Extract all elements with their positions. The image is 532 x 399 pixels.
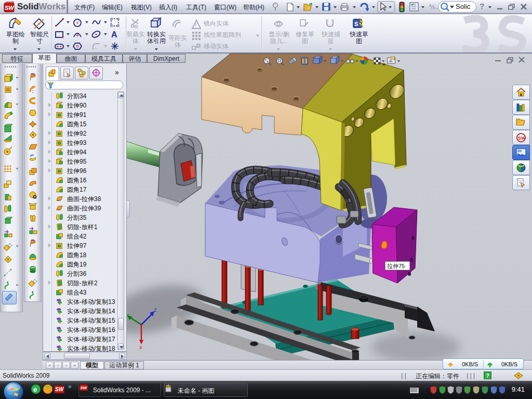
svg-text:SW: SW [81, 385, 88, 390]
svg-text:A: A [111, 30, 117, 39]
svg-text:e: e [33, 385, 37, 393]
svg-text:!: ! [195, 22, 196, 29]
svg-text:SW: SW [5, 5, 15, 11]
svg-text:S: S [354, 21, 358, 27]
svg-text:Z: Z [154, 308, 157, 313]
svg-text:SW: SW [55, 387, 64, 392]
svg-text:X: X [139, 345, 142, 350]
svg-text:拉伸75: 拉伸75 [387, 263, 405, 269]
svg-text:SW: SW [518, 136, 526, 141]
